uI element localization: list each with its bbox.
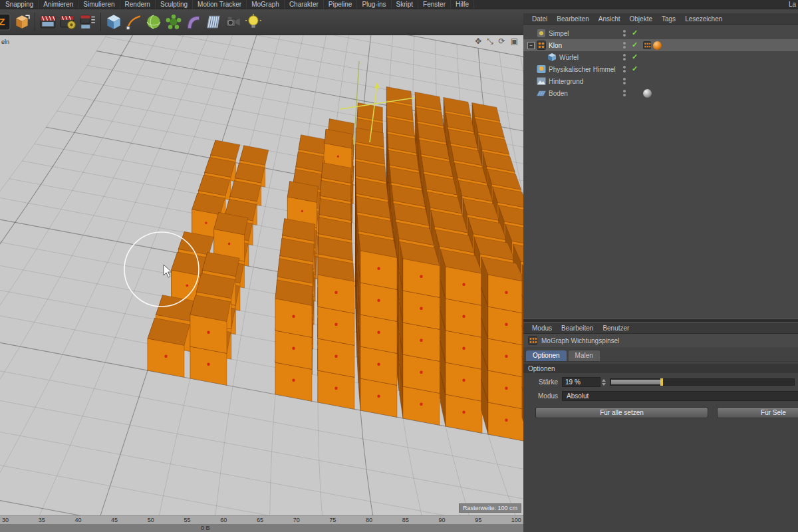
light-icon[interactable] [243,11,263,33]
visibility-dots[interactable] [623,78,626,84]
object-row-physikalischer-himmel[interactable]: Physikalischer Himmel✓ [523,63,798,75]
enabled-check-icon[interactable]: ✓ [632,41,638,49]
menu-plug-ins[interactable]: Plug-ins [357,0,391,9]
menu-simulieren[interactable]: Simulieren [78,0,120,9]
strength-label: Stärke [523,378,558,386]
menu-rendern[interactable]: Rendern [120,0,156,9]
ruler-tick-40: 40 [74,517,81,523]
om-menu-bearbeiten[interactable]: Bearbeiten [552,14,593,24]
tab-malen[interactable]: Malen [569,350,600,361]
render-settings-icon[interactable] [58,11,78,33]
axis-cube-icon[interactable] [12,11,32,33]
cube-icon [547,53,557,62]
background-icon [537,76,546,86]
am-menu-bearbeiten[interactable]: Bearbeiten [557,323,598,333]
visibility-dots[interactable] [623,30,626,37]
menu-snapping[interactable]: Snapping [1,0,39,9]
ruler-tick-90: 90 [438,517,445,523]
expander-icon[interactable]: − [527,42,535,49]
object-label: Klon [549,42,562,49]
ruler-tick-45: 45 [111,517,118,523]
object-row-klon[interactable]: −Klon✓ [523,39,798,51]
set-for-all-button[interactable]: Für alle setzen [535,407,708,418]
ruler-tick-100: 100 [511,517,521,523]
grid-size-chip: Rasterweite: 100 cm [459,503,521,513]
om-menu-lesezeichen[interactable]: Lesezeichen [680,14,727,24]
enabled-check-icon[interactable]: ✓ [632,53,638,61]
strength-value-field[interactable]: 19 % [562,377,600,387]
om-menu-tags[interactable]: Tags [657,14,680,24]
am-menu-benutzer[interactable]: Benutzer [598,323,634,333]
strength-slider[interactable] [610,378,795,386]
ruler-tick-95: 95 [475,517,481,523]
generator-icon[interactable] [164,11,184,33]
viewport-3d[interactable]: eln ✥⤡⟳▣ Rasterweite: 100 cm [0,35,525,515]
om-menu-datei[interactable]: Datei [527,14,552,24]
enabled-check-icon[interactable]: ✓ [632,29,638,37]
rotate-icon[interactable]: ⟳ [499,37,505,46]
weight-tag-icon[interactable] [643,41,651,49]
slider-handle[interactable] [660,378,663,386]
material-orange-icon[interactable] [653,41,662,50]
ruler-tick-65: 65 [257,517,263,523]
mode-label: Modus [523,392,558,400]
om-menu-objekte[interactable]: Objekte [625,14,657,24]
view-toggle-icon[interactable]: ▣ [511,37,518,46]
visibility-dots[interactable] [623,54,626,61]
ruler-tick-60: 60 [220,517,227,523]
pan-icon[interactable]: ✥ [475,37,481,46]
action-buttons-row: Für alle setzen Für Sele [535,407,798,418]
am-menu-modus[interactable]: Modus [527,323,557,333]
sky-icon [537,65,546,74]
menu-charakter[interactable]: Charakter [285,0,324,9]
floor-icon [537,88,546,98]
cloner-icon [537,41,546,50]
memory-status: 0 B [201,525,210,531]
object-manager-tree: Simpel✓−Klon✓Würfel✓Physikalischer Himme… [523,25,798,319]
visibility-dots[interactable] [623,42,626,49]
render-queue-icon[interactable] [78,11,98,33]
tab-optionen[interactable]: Optionen [526,350,567,361]
render-view-icon[interactable] [38,11,58,33]
visibility-dots[interactable] [623,90,626,96]
ruler-tick-80: 80 [366,517,372,523]
object-row-simpel[interactable]: Simpel✓ [523,27,798,39]
zoom-icon[interactable]: ⤡ [487,37,493,46]
primitive-cube-icon[interactable] [104,11,124,33]
object-row-w-rfel[interactable]: Würfel✓ [523,51,798,63]
set-for-selection-button[interactable]: Für Sele [717,407,798,418]
deformer-icon[interactable] [184,11,203,33]
z-tool-icon[interactable]: Z [0,11,12,33]
menu-hilfe[interactable]: Hilfe [451,0,474,9]
menu-sculpting[interactable]: Sculpting [156,0,193,9]
viewport-canvas[interactable] [0,35,523,515]
menu-fenster[interactable]: Fenster [418,0,451,9]
menu-animieren[interactable]: Animieren [39,0,78,9]
spline-pen-icon[interactable] [124,11,144,33]
mode-dropdown[interactable]: Absolut [562,391,798,401]
subdivision-surface-icon[interactable] [144,11,164,33]
menu-motion-tracker[interactable]: Motion Tracker [193,0,247,9]
ruler-tick-30: 30 [2,517,9,523]
cloth-icon[interactable] [203,11,223,33]
enabled-check-icon[interactable]: ✓ [632,65,638,73]
layout-menu-clipped[interactable]: La [789,1,798,8]
visibility-dots[interactable] [623,66,626,72]
object-row-hintergrund[interactable]: Hintergrund [523,75,798,87]
menu-pipeline[interactable]: Pipeline [324,0,358,9]
camera-icon[interactable] [223,11,243,33]
svg-text:Z: Z [0,16,5,27]
strength-spinner[interactable] [602,379,606,386]
material-gray-icon[interactable] [643,89,652,98]
slider-fill [611,380,661,384]
strength-row: Stärke 19 % [523,377,795,387]
options-section-header[interactable]: Optionen [523,364,798,373]
object-row-boden[interactable]: Boden [523,87,798,99]
timeline-ruler[interactable]: 3035404550556065707580859095100 [0,515,523,524]
weight-brush-icon [528,336,537,345]
menu-mograph[interactable]: MoGraph [247,0,285,9]
ruler-tick-70: 70 [293,517,300,523]
om-menu-ansicht[interactable]: Ansicht [594,14,625,24]
menu-skript[interactable]: Skript [392,0,419,9]
right-panel: DateiBearbeitenAnsichtObjekteTagsLesezei… [523,13,798,532]
